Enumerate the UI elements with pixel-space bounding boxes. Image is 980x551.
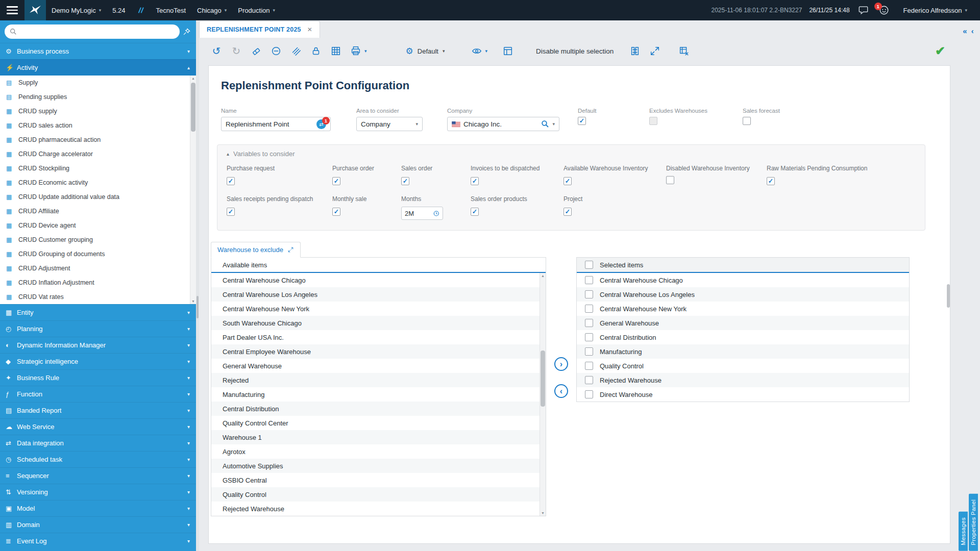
available-list-item[interactable]: Central Warehouse Los Angeles xyxy=(211,287,540,302)
submenu-item[interactable]: ▦ CRUD sales action xyxy=(0,118,196,133)
translation-badge-icon[interactable]: ⇄ 1 xyxy=(316,119,326,129)
selected-list-item[interactable]: Central Warehouse Los Angeles xyxy=(577,287,909,302)
form-view-button[interactable] xyxy=(502,45,514,57)
submenu-item[interactable]: ▦ CRUD supply xyxy=(0,104,196,118)
redo-button[interactable]: ↻ xyxy=(230,45,242,57)
selected-list-item[interactable]: Rejected Warehouse xyxy=(577,373,909,387)
available-list-item[interactable]: Central Employee Warehouse xyxy=(211,344,540,359)
print-options-caret[interactable]: ▾ xyxy=(364,48,367,54)
sidebar-item[interactable]: ◷ Scheduled task ▾ xyxy=(0,451,196,467)
messages-panel-tab[interactable]: Messages xyxy=(959,512,968,551)
scrollbar-thumb[interactable] xyxy=(191,83,195,132)
visibility-options-caret[interactable]: ▾ xyxy=(485,48,488,54)
collapse-left-icon[interactable]: ‹ xyxy=(971,27,974,35)
search-icon[interactable] xyxy=(541,120,549,128)
available-list-item[interactable]: Agrotox xyxy=(211,444,540,459)
sidebar-item-activity[interactable]: ⚡ Activity ▴ xyxy=(0,59,196,76)
submenu-item[interactable]: ▦ CRUD Update additional value data xyxy=(0,190,196,204)
print-button[interactable] xyxy=(350,45,362,57)
move-left-button[interactable]: ‹ xyxy=(554,384,568,398)
selected-list-item[interactable]: Manufacturing xyxy=(577,344,909,359)
submenu-item[interactable]: ▦ CRUD Adjustment xyxy=(0,261,196,276)
confirm-button[interactable]: ✔ xyxy=(935,44,945,58)
row-checkbox[interactable] xyxy=(585,362,593,370)
submenu-item[interactable]: ▦ CRUD Grouping of documents xyxy=(0,247,196,261)
project-checkbox[interactable] xyxy=(564,208,572,216)
row-checkbox[interactable] xyxy=(585,290,593,298)
available-list-item[interactable]: Rejected Warehouse xyxy=(211,502,540,516)
name-input[interactable] xyxy=(226,120,313,128)
properties-panel-tab[interactable]: Properties Panel xyxy=(969,494,978,551)
grid-remove-button[interactable] xyxy=(678,45,690,57)
sidebar-item[interactable]: ✦ Business Rule ▾ xyxy=(0,369,196,386)
purchase-request-checkbox[interactable] xyxy=(227,177,235,185)
available-list-item[interactable]: Automotive Supplies xyxy=(211,459,540,473)
hatch-edit-button[interactable] xyxy=(290,45,302,57)
row-checkbox[interactable] xyxy=(585,390,593,398)
submenu-item[interactable]: ▤ Pending supplies xyxy=(0,90,196,104)
expand-icon[interactable] xyxy=(287,246,294,253)
columns-button[interactable] xyxy=(629,45,641,57)
sidebar-item[interactable]: ⇅ Versioning ▾ xyxy=(0,484,196,500)
eraser-button[interactable] xyxy=(250,45,262,57)
row-checkbox[interactable] xyxy=(585,305,593,313)
available-list-item[interactable]: Quality Control Center xyxy=(211,416,540,430)
monthly-sale-checkbox[interactable] xyxy=(332,208,340,216)
disabled-warehouse-checkbox[interactable] xyxy=(666,176,674,184)
tenant-name[interactable]: TecnoTest xyxy=(151,0,192,20)
area-select-value[interactable] xyxy=(361,120,412,128)
submenu-item[interactable]: ▤ Supply xyxy=(0,76,196,90)
submenu-item[interactable]: ▦ CRUD Affiliate xyxy=(0,204,196,218)
move-right-button[interactable]: › xyxy=(554,357,568,371)
sidebar-item[interactable]: ≡ Sequencer ▾ xyxy=(0,467,196,484)
grid-button[interactable] xyxy=(330,45,342,57)
selected-list-item[interactable]: Quality Control xyxy=(577,359,909,373)
tab-replenishment-point[interactable]: REPLENISHMENT POINT 2025 ✕ xyxy=(199,21,320,38)
selected-list-item[interactable]: Central Warehouse Chicago xyxy=(577,273,909,287)
submenu-item[interactable]: ▦ CRUD Vat rates xyxy=(0,290,196,304)
available-list-item[interactable]: Central Warehouse Chicago xyxy=(211,273,540,287)
submenu-item[interactable]: ▦ CRUD pharmaceutical action xyxy=(0,133,196,147)
sales-receipts-checkbox[interactable] xyxy=(227,208,235,216)
select-all-checkbox[interactable] xyxy=(585,261,593,269)
visibility-button[interactable] xyxy=(471,45,483,57)
area-select[interactable]: ▾ xyxy=(356,117,423,131)
available-list-item[interactable]: Central Distribution xyxy=(211,402,540,416)
notifications-button[interactable]: 1 xyxy=(877,4,891,17)
expand-button[interactable] xyxy=(649,45,661,57)
submenu-item[interactable]: ▦ CRUD Economic activity xyxy=(0,176,196,190)
available-list-item[interactable]: Rejected xyxy=(211,373,540,387)
close-icon[interactable]: ✕ xyxy=(307,26,312,33)
row-checkbox[interactable] xyxy=(585,347,593,356)
variables-panel-header[interactable]: ▴ Variables to consider xyxy=(227,150,925,158)
months-field[interactable] xyxy=(401,207,443,220)
available-list-item[interactable]: Quality Control xyxy=(211,487,540,502)
submenu-item[interactable]: ▦ CRUD Stockpiling xyxy=(0,161,196,176)
sales-order-products-checkbox[interactable] xyxy=(471,208,479,216)
months-input[interactable] xyxy=(405,210,431,217)
undo-button[interactable]: ↺ xyxy=(210,45,223,57)
lock-button[interactable] xyxy=(310,45,322,57)
hamburger-menu-icon[interactable] xyxy=(0,0,24,20)
row-checkbox[interactable] xyxy=(585,319,593,327)
selected-list-item[interactable]: Central Warehouse New York xyxy=(577,302,909,316)
selected-list-item[interactable]: Central Distribution xyxy=(577,330,909,344)
submenu-item[interactable]: ▦ CRUD Inflation Adjustment xyxy=(0,276,196,290)
remove-circle-button[interactable] xyxy=(270,45,282,57)
sidebar-item[interactable]: ◆ Strategic intelligence ▾ xyxy=(0,353,196,369)
default-checkbox[interactable] xyxy=(578,117,586,125)
sidebar-item[interactable]: ▤ Banded Report ▾ xyxy=(0,402,196,418)
clock-icon[interactable] xyxy=(433,210,439,217)
invoices-checkbox[interactable] xyxy=(471,177,479,185)
scrollbar-thumb[interactable] xyxy=(541,350,545,407)
sidebar-item[interactable]: ☁ Web Service ▾ xyxy=(0,418,196,435)
profile-selector[interactable]: ⚙ Default ▾ xyxy=(406,46,445,57)
row-checkbox[interactable] xyxy=(585,333,593,341)
sidebar-item[interactable]: ◐ Dynamic Information Manager ▾ xyxy=(0,337,196,353)
sidebar-item[interactable]: ▥ Domain ▾ xyxy=(0,516,196,533)
available-list-item[interactable]: Part Dealer USA Inc. xyxy=(211,330,540,344)
sidebar-search[interactable] xyxy=(5,24,180,39)
sidebar-item[interactable]: ƒ Function ▾ xyxy=(0,386,196,402)
sidebar-item[interactable]: ≣ Event Log ▾ xyxy=(0,533,196,549)
environment-menu[interactable]: Production ▾ xyxy=(232,0,281,20)
